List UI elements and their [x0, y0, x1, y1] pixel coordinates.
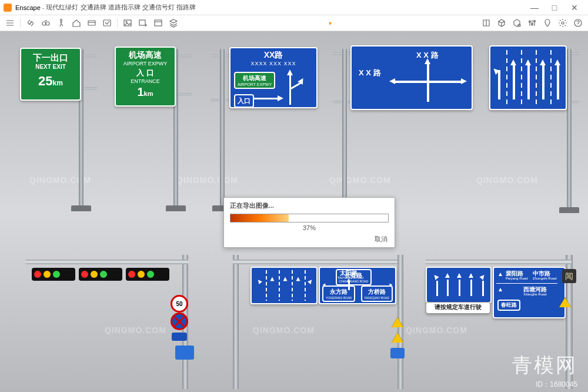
binoculars-icon[interactable]: [41, 18, 51, 28]
sign-box-line: 机场高速: [238, 74, 272, 82]
close-button[interactable]: ✕: [564, 3, 584, 12]
cube-settings-icon[interactable]: [512, 18, 522, 28]
sign-arm: [178, 55, 192, 57]
sign-unit: km: [144, 90, 153, 97]
cube-icon[interactable]: [496, 18, 507, 28]
pole-base: [559, 207, 579, 213]
sign-lane-panel-2: [426, 267, 492, 303]
maximize-button[interactable]: □: [544, 3, 564, 12]
warning-triangle-icon: [559, 297, 571, 307]
viewport-3d[interactable]: QINGMO.COM QINGMO.COM QINGMO.COM QINGMO.…: [0, 31, 588, 392]
road-name-en: Xitanghe Road: [523, 293, 547, 296]
street-box: 方桥路FANGQIAO ROAD: [361, 285, 393, 302]
recent-icon[interactable]: [102, 18, 112, 28]
progress-percent: 37%: [224, 224, 395, 231]
street-box: 永方路YONGFANG ROAD: [322, 285, 355, 302]
export-progress-dialog: 正在导出图像... 37% 取消: [223, 197, 395, 248]
svg-point-0: [42, 22, 46, 25]
no-stopping-sign: [171, 313, 188, 330]
expand-caret-icon[interactable]: ▾: [327, 20, 333, 26]
link-icon[interactable]: [25, 18, 36, 28]
minimize-button[interactable]: —: [524, 3, 544, 12]
svg-point-2: [61, 19, 62, 21]
svg-rect-3: [88, 21, 95, 25]
cancel-button[interactable]: 取消: [375, 235, 387, 244]
sign-box-airport: 机场高速 AIRPORT EXPWY: [234, 72, 275, 89]
sign-pole: [567, 49, 572, 210]
sign-line: ENTRANCE: [116, 78, 175, 84]
sign-sub: XXXX XXX XXX: [230, 61, 316, 67]
sign-line: AIRPORT EXPWY: [116, 61, 175, 67]
road-box: 春旺路: [497, 300, 520, 311]
sign-airport-expwy: 机场高速 AIRPORT EXPWY 入 口 ENTRANCE 1km: [115, 46, 176, 107]
walk-icon[interactable]: [56, 18, 66, 28]
window-icon[interactable]: [153, 18, 163, 28]
sign-distance: 25: [38, 74, 52, 88]
sign-lane-panel: [250, 267, 318, 304]
sign-lane-arrows: [489, 45, 567, 110]
watermark-text: QINGMO.COM: [329, 175, 391, 185]
layers-icon[interactable]: [168, 18, 179, 28]
svg-point-1: [46, 22, 49, 25]
sign-line: 入 口: [116, 68, 175, 78]
progress-bar: [230, 214, 389, 222]
watermark-text: QINGMO.COM: [105, 325, 166, 335]
help-icon[interactable]: [573, 18, 583, 28]
pole-base: [71, 205, 91, 211]
sign-unit: km: [53, 79, 63, 87]
watermark-id: ID：1680045: [536, 380, 577, 390]
sign-arm: [210, 99, 220, 101]
gantry-beam: [426, 260, 572, 264]
sign-arm: [332, 52, 342, 55]
svg-point-6: [126, 21, 127, 22]
watermark-text: QINGMO.COM: [176, 175, 238, 185]
plaque-letter: 闻: [562, 269, 576, 283]
sign-guide-panel: 裴阳路 中市路 Peiyang Road Zhongshi Road 西塘河路 …: [493, 267, 566, 318]
sign-arm: [210, 55, 220, 57]
sign-instruction: 请按规定车道行驶: [426, 302, 490, 314]
svg-rect-7: [139, 20, 145, 25]
app-logo-icon: [4, 4, 12, 12]
sign-box-line: AIRPORT EXPWY: [238, 82, 272, 87]
sign-line: NEXT EXIT: [21, 64, 80, 70]
speed-limit-sign: 50: [171, 295, 188, 313]
house-icon[interactable]: [71, 18, 82, 28]
aux-sign: [175, 346, 194, 360]
sign-arm: [83, 87, 98, 89]
gantry-beam: [26, 260, 188, 264]
traffic-light: [79, 268, 122, 281]
pin-icon[interactable]: [542, 18, 553, 28]
book-icon[interactable]: [481, 18, 492, 28]
menu-icon[interactable]: [5, 18, 15, 28]
app-name: Enscape: [15, 4, 41, 11]
sign-next-exit: 下一出口 NEXT EXIT 25km: [20, 48, 81, 101]
gantry-post: [233, 255, 239, 389]
gantry-beam: [233, 260, 403, 264]
aux-sign: [390, 348, 405, 358]
sign-pole: [220, 49, 225, 208]
svg-point-13: [562, 22, 564, 24]
sign-title: XX路: [230, 50, 316, 61]
road-name-en: Zhongshi Road: [533, 277, 557, 280]
road-name-en: Peiyang Road: [506, 277, 528, 280]
watermark-text: QINGMO.COM: [406, 325, 467, 335]
sign-road-left: X X 路: [359, 68, 381, 78]
street-box: 长香路CHANGXIANG ROAD: [336, 269, 372, 285]
sign-arm: [178, 93, 192, 95]
toolbar: ▾: [0, 15, 588, 31]
watermark-brand: 青模网: [512, 352, 577, 379]
sign-direction-xxroad: XX路 XXXX XXX XXX 机场高速 AIRPORT EXPWY 入口: [229, 47, 318, 108]
image-plus-icon[interactable]: [138, 18, 148, 28]
sign-arm: [572, 52, 580, 55]
traffic-light: [32, 268, 75, 281]
dialog-title: 正在导出图像...: [224, 198, 395, 212]
warning-triangle-icon: [392, 317, 403, 327]
image-icon[interactable]: [122, 18, 133, 28]
sign-intersection: X X 路 X X 路: [350, 45, 473, 110]
card-icon[interactable]: [86, 18, 97, 28]
aux-sign: [172, 333, 187, 341]
gear-icon[interactable]: [557, 18, 568, 28]
sliders-icon[interactable]: [527, 18, 537, 28]
sign-arm: [332, 101, 342, 103]
sign-street-panel: 太阳路 TAIYANG ROAD 永方路YONGFANG ROAD 方桥路FAN…: [319, 267, 396, 304]
